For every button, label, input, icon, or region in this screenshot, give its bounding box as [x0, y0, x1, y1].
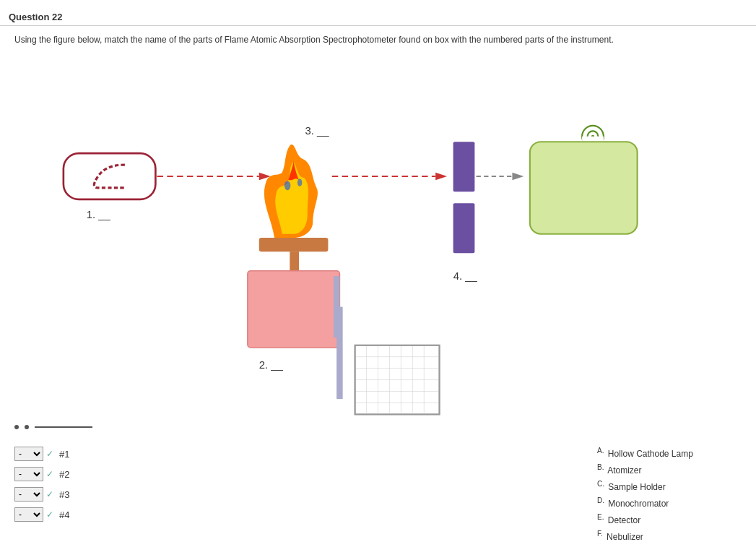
dropdown-label-dd4: #4	[59, 509, 69, 520]
select-dd4[interactable]: -ABCDEF	[14, 507, 43, 522]
label-1: 1. __	[87, 209, 111, 220]
checkmark-icon: ✓	[46, 449, 53, 459]
arrowhead-3	[512, 173, 523, 181]
dropdown-label-dd3: #3	[59, 489, 69, 500]
slider-track	[35, 426, 92, 428]
svg-rect-1	[259, 238, 329, 251]
select-dd1[interactable]: -ABCDEF	[14, 447, 43, 461]
choice-letter-e: E.	[597, 513, 604, 521]
choice-d: D. Monochromator	[597, 496, 742, 509]
svg-point-7	[297, 178, 302, 186]
page: Question 22 Using the figure below, matc…	[0, 0, 756, 555]
slider-dot-2	[25, 425, 29, 429]
dropdown-row-dd1: -ABCDEF✓#1	[14, 447, 306, 461]
select-dd2[interactable]: -ABCDEF	[14, 467, 43, 481]
svg-rect-28	[530, 142, 638, 234]
svg-rect-5	[336, 307, 343, 400]
svg-rect-22	[453, 142, 475, 192]
arrowhead-2	[435, 173, 447, 181]
svg-point-6	[284, 181, 291, 190]
label-4: 4. __	[453, 270, 478, 282]
select-dd3[interactable]: -ABCDEF	[14, 487, 43, 502]
checkmark-icon: ✓	[46, 509, 53, 520]
svg-rect-3	[248, 271, 340, 348]
diagram-area: 1. __	[0, 53, 756, 422]
sample-beaker	[355, 345, 440, 415]
slider-area	[0, 422, 756, 432]
instructions: Using the figure below, match the name o…	[0, 33, 756, 53]
choice-letter-c: C.	[597, 480, 604, 488]
question-header: Question 22	[0, 7, 756, 26]
dropdown-row-dd4: -ABCDEF✓#4	[14, 507, 306, 522]
choice-letter-a: A.	[597, 447, 604, 455]
choices-column: A. Hollow Cathode LampB. AtomizerC. Samp…	[597, 439, 742, 542]
svg-rect-2	[290, 251, 299, 271]
choice-e: E. Detector	[597, 513, 742, 525]
slider-dot-1	[14, 425, 19, 429]
choice-letter-d: D.	[597, 496, 604, 504]
choice-f: F. Nebulizer	[597, 530, 742, 542]
dropdown-row-dd3: -ABCDEF✓#3	[14, 487, 306, 502]
dropdowns-column: -ABCDEF✓#1-ABCDEF✓#2-ABCDEF✓#3-ABCDEF✓#4	[14, 439, 306, 542]
choice-b: B. Atomizer	[597, 463, 742, 476]
dropdown-label-dd2: #2	[59, 469, 69, 480]
choice-letter-f: F.	[597, 530, 603, 538]
monochromator-group	[453, 142, 475, 253]
choice-a: A. Hollow Cathode Lamp	[597, 447, 742, 459]
checkmark-icon: ✓	[46, 469, 53, 479]
lamp-group	[64, 153, 156, 199]
choice-letter-b: B.	[597, 463, 604, 471]
question-number: Question 22	[9, 12, 62, 22]
checkmark-icon: ✓	[46, 489, 53, 499]
diagram-svg: 1. __	[0, 53, 756, 422]
choice-c: C. Sample Holder	[597, 480, 742, 492]
label-2: 2. __	[259, 359, 284, 371]
label-3: 3. __	[305, 125, 330, 137]
svg-rect-0	[64, 153, 156, 199]
dropdown-row-dd2: -ABCDEF✓#2	[14, 467, 306, 481]
detector-group	[530, 126, 638, 234]
dropdown-label-dd1: #1	[59, 449, 69, 460]
answer-section: -ABCDEF✓#1-ABCDEF✓#2-ABCDEF✓#3-ABCDEF✓#4…	[0, 432, 756, 549]
svg-rect-23	[453, 203, 475, 253]
